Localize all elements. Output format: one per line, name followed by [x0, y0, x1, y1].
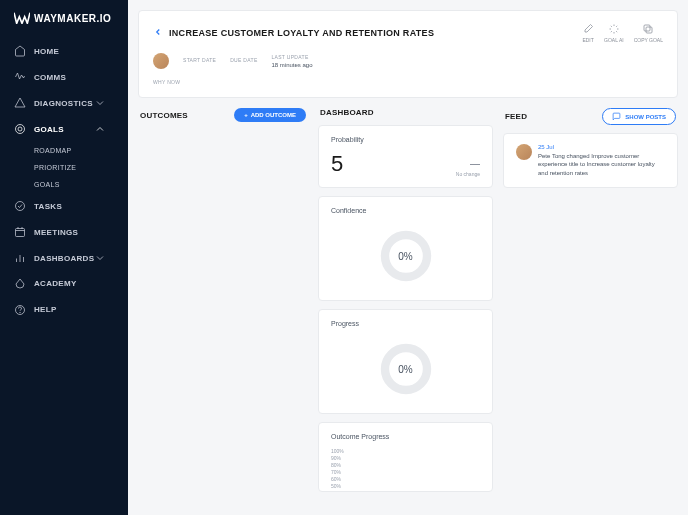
owner-avatar[interactable] [153, 53, 169, 69]
logo: WAYMAKER.IO [0, 12, 128, 38]
probability-value: 5 [331, 151, 343, 177]
svg-point-1 [18, 127, 22, 131]
probability-change-symbol: — [470, 158, 480, 169]
goal-header: INCREASE CUSTOMER LOYALTY AND RETENTION … [138, 10, 678, 98]
dashboard-title: DASHBOARD [320, 108, 374, 117]
feed-item: 25 JulPete Tong changed Improve customer… [516, 144, 665, 177]
header-actions: EDITGOAL AICOPY GOAL [582, 23, 663, 43]
outcomes-column: OUTCOMES + ADD OUTCOME [138, 108, 308, 505]
feed-avatar[interactable] [516, 144, 532, 160]
feed-card: 25 JulPete Tong changed Improve customer… [503, 133, 678, 188]
svg-point-11 [20, 312, 21, 313]
probability-change-text: No change [456, 171, 480, 177]
svg-point-2 [16, 202, 25, 211]
feed-text: Pete Tong changed Improve customer exper… [538, 152, 665, 177]
help-icon [14, 304, 26, 316]
progress-label: Progress [331, 320, 480, 327]
svg-point-0 [16, 125, 25, 134]
meetings-icon [14, 226, 26, 238]
axis-tick: 80% [331, 462, 480, 468]
feed-column: FEED SHOW POSTS 25 JulPete Tong changed … [503, 108, 678, 505]
nav-bottom: ACADEMYHELP [0, 271, 128, 504]
chevron-down-icon [94, 97, 106, 109]
svg-rect-13 [644, 25, 650, 31]
outcome-progress-card: Outcome Progress 100%90%80%70%60%50% [318, 422, 493, 492]
nav-sub-goals[interactable]: GOALS [34, 176, 128, 193]
last-update-value: 18 minutes ago [272, 62, 313, 68]
comms-icon [14, 71, 26, 83]
progress-gauge: 0% [378, 341, 434, 397]
axis-tick: 50% [331, 483, 480, 489]
progress-card: Progress 0% [318, 309, 493, 414]
svg-rect-12 [646, 27, 652, 33]
axis-tick: 90% [331, 455, 480, 461]
diag-icon [14, 97, 26, 109]
nav-item-meetings[interactable]: MEETINGS [0, 219, 128, 245]
dashboard-column: DASHBOARD Probability 5 — No change Conf… [318, 108, 493, 505]
goal-title: INCREASE CUSTOMER LOYALTY AND RETENTION … [169, 28, 434, 38]
progress-value: 0% [398, 364, 412, 375]
edit-action[interactable]: EDIT [582, 23, 594, 43]
nav-item-home[interactable]: HOME [0, 38, 128, 64]
sidebar: WAYMAKER.IO HOMECOMMSDIAGNOSTICSGOALSROA… [0, 0, 128, 515]
probability-card: Probability 5 — No change [318, 125, 493, 188]
goals-icon [14, 123, 26, 135]
chevron-down-icon [94, 252, 106, 264]
nav-sub-roadmap[interactable]: ROADMAP [34, 142, 128, 159]
ai-icon [608, 23, 620, 35]
nav-item-tasks[interactable]: TASKS [0, 193, 128, 219]
back-button[interactable] [153, 26, 163, 40]
confidence-gauge: 0% [378, 228, 434, 284]
nav-sub-prioritize[interactable]: PRIORITIZE [34, 159, 128, 176]
axis-tick: 60% [331, 476, 480, 482]
main: INCREASE CUSTOMER LOYALTY AND RETENTION … [128, 0, 688, 515]
show-posts-button[interactable]: SHOW POSTS [602, 108, 676, 125]
dash-icon [14, 252, 26, 264]
start-date-label: START DATE [183, 57, 216, 63]
home-icon [14, 45, 26, 57]
copy-goal-action[interactable]: COPY GOAL [634, 23, 663, 43]
nav-item-diagnostics[interactable]: DIAGNOSTICS [0, 90, 128, 116]
logo-icon [14, 12, 30, 24]
chevron-up-icon [94, 123, 106, 135]
edit-icon [582, 23, 594, 35]
outcome-progress-axis: 100%90%80%70%60%50% [331, 448, 480, 489]
outcome-progress-label: Outcome Progress [331, 433, 480, 440]
outcomes-title: OUTCOMES [140, 111, 188, 120]
academy-icon [14, 278, 26, 290]
nav-item-help[interactable]: HELP [0, 297, 128, 323]
copy-icon [642, 23, 654, 35]
plus-icon: + [244, 112, 248, 118]
probability-label: Probability [331, 136, 480, 143]
confidence-card: Confidence 0% [318, 196, 493, 301]
due-date-label: DUE DATE [230, 57, 257, 63]
tasks-icon [14, 200, 26, 212]
add-outcome-button[interactable]: + ADD OUTCOME [234, 108, 306, 122]
confidence-value: 0% [398, 251, 412, 262]
confidence-label: Confidence [331, 207, 480, 214]
feed-date: 25 Jul [538, 144, 665, 150]
nav-item-comms[interactable]: COMMS [0, 64, 128, 90]
svg-rect-3 [16, 229, 25, 237]
nav-item-academy[interactable]: ACADEMY [0, 271, 128, 297]
goal-ai-action[interactable]: GOAL AI [604, 23, 624, 43]
feed-title: FEED [505, 112, 527, 121]
nav-item-goals[interactable]: GOALS [0, 116, 128, 142]
comment-icon [612, 112, 621, 121]
axis-tick: 100% [331, 448, 480, 454]
logo-text: WAYMAKER.IO [34, 13, 111, 24]
nav-main: HOMECOMMSDIAGNOSTICSGOALSROADMAPPRIORITI… [0, 38, 128, 271]
last-update-label: LAST UPDATE [272, 54, 313, 60]
why-now-label[interactable]: WHY NOW [153, 79, 663, 85]
axis-tick: 70% [331, 469, 480, 475]
nav-item-dashboards[interactable]: DASHBOARDS [0, 245, 128, 271]
